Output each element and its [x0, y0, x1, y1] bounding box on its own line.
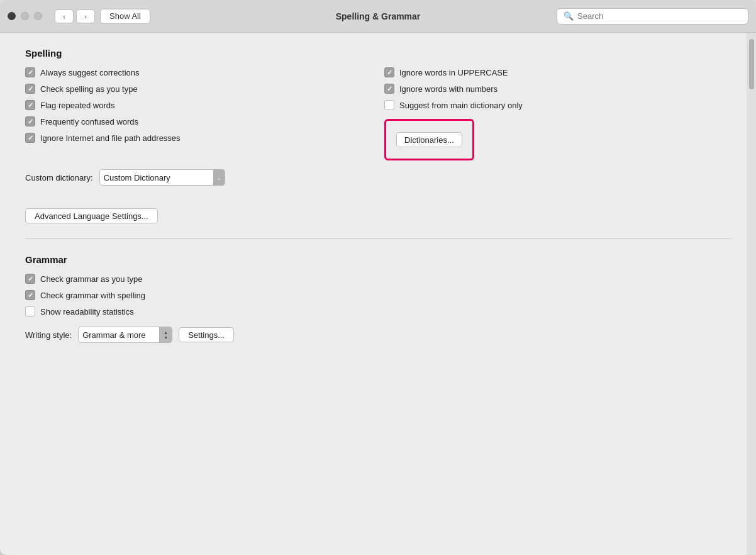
check-spelling-label: Check spelling as you type: [40, 84, 138, 94]
ignore-uppercase-label: Ignore words in UPPERCASE: [399, 68, 508, 77]
advanced-lang-wrapper: Advanced Language Settings...: [25, 197, 731, 223]
writing-style-label: Writing style:: [25, 330, 72, 340]
ignore-numbers-label: Ignore words with numbers: [399, 84, 498, 94]
checkbox-row: Ignore Internet and file path addresses: [25, 133, 353, 143]
ignore-internet-label: Ignore Internet and file path addresses: [40, 133, 181, 143]
checkbox-row: Check grammar as you type: [25, 274, 731, 284]
search-bar[interactable]: 🔍: [557, 8, 748, 25]
grammar-title: Grammar: [25, 254, 731, 265]
check-grammar-spelling-checkbox[interactable]: [25, 290, 35, 300]
check-grammar-type-checkbox[interactable]: [25, 274, 35, 284]
checkbox-row: Suggest from main dictionary only: [384, 100, 731, 110]
frequently-confused-checkbox[interactable]: [25, 116, 35, 126]
checkbox-row: Check grammar with spelling: [25, 290, 731, 300]
always-suggest-checkbox[interactable]: [25, 67, 35, 77]
section-divider: [25, 238, 731, 239]
show-readability-checkbox[interactable]: [25, 306, 35, 317]
custom-dict-label: Custom dictionary:: [25, 173, 93, 182]
writing-style-row: Writing style: Grammar & more Settings..…: [25, 327, 731, 343]
checkbox-row: Flag repeated words: [25, 100, 353, 110]
dictionaries-button[interactable]: Dictionaries...: [396, 132, 462, 147]
writing-style-dropdown[interactable]: Grammar & more: [78, 327, 172, 343]
check-grammar-spelling-label: Check grammar with spelling: [40, 291, 145, 300]
spelling-left-col: Always suggest corrections Check spellin…: [25, 67, 378, 160]
checkbox-row: Ignore words with numbers: [384, 84, 731, 94]
minimize-button[interactable]: [21, 12, 29, 20]
main-window: ‹ › Show All Spelling & Grammar 🔍 Spelli…: [0, 0, 756, 555]
spelling-grid: Always suggest corrections Check spellin…: [25, 67, 731, 160]
ignore-uppercase-checkbox[interactable]: [384, 67, 394, 77]
back-button[interactable]: ‹: [55, 9, 74, 23]
frequently-confused-label: Frequently confused words: [40, 117, 138, 126]
spelling-title: Spelling: [25, 48, 731, 59]
title-bar: ‹ › Show All Spelling & Grammar 🔍: [0, 0, 756, 33]
flag-repeated-checkbox[interactable]: [25, 100, 35, 110]
dictionaries-highlight-wrapper: Dictionaries...: [384, 119, 731, 160]
checkbox-row: Frequently confused words: [25, 116, 353, 126]
checkbox-row: Always suggest corrections: [25, 67, 353, 77]
ignore-internet-checkbox[interactable]: [25, 133, 35, 143]
nav-buttons: ‹ ›: [55, 9, 95, 23]
content-area: Spelling Always suggest corrections Chec…: [0, 33, 756, 555]
spelling-right-col: Ignore words in UPPERCASE Ignore words w…: [378, 67, 731, 160]
checkbox-row: Check spelling as you type: [25, 84, 353, 94]
custom-dict-value: Custom Dictionary: [104, 173, 213, 182]
custom-dict-row: Custom dictionary: Custom Dictionary ⌄: [25, 169, 731, 186]
custom-dict-dropdown[interactable]: Custom Dictionary ⌄: [99, 169, 225, 186]
show-all-button[interactable]: Show All: [100, 9, 150, 24]
close-button[interactable]: [8, 12, 16, 20]
check-spelling-checkbox[interactable]: [25, 84, 35, 94]
ignore-numbers-checkbox[interactable]: [384, 84, 394, 94]
up-down-arrows-icon: [159, 327, 172, 343]
always-suggest-label: Always suggest corrections: [40, 68, 140, 77]
scrollbar-thumb[interactable]: [749, 39, 754, 89]
dictionaries-highlight-box: Dictionaries...: [384, 119, 474, 160]
maximize-button[interactable]: [34, 12, 42, 20]
spelling-section: Spelling Always suggest corrections Chec…: [25, 48, 731, 223]
window-title: Spelling & Grammar: [336, 11, 421, 21]
advanced-language-settings-button[interactable]: Advanced Language Settings...: [25, 208, 158, 223]
suggest-main-dict-checkbox[interactable]: [384, 100, 394, 110]
dropdown-arrow-icon: ⌄: [213, 169, 225, 186]
scrollbar-track[interactable]: [747, 33, 756, 555]
checkbox-row: Ignore words in UPPERCASE: [384, 67, 731, 77]
check-grammar-type-label: Check grammar as you type: [40, 274, 143, 284]
grammar-section: Grammar Check grammar as you type Check …: [25, 254, 731, 343]
settings-button[interactable]: Settings...: [179, 327, 234, 342]
traffic-lights: [8, 12, 42, 20]
writing-style-value: Grammar & more: [82, 330, 159, 340]
flag-repeated-label: Flag repeated words: [40, 101, 115, 110]
search-input[interactable]: [577, 11, 742, 21]
forward-button[interactable]: ›: [76, 9, 95, 23]
show-readability-label: Show readability statistics: [40, 307, 134, 317]
suggest-main-dict-label: Suggest from main dictionary only: [399, 101, 523, 110]
search-icon: 🔍: [564, 11, 574, 21]
checkbox-row: Show readability statistics: [25, 306, 731, 317]
